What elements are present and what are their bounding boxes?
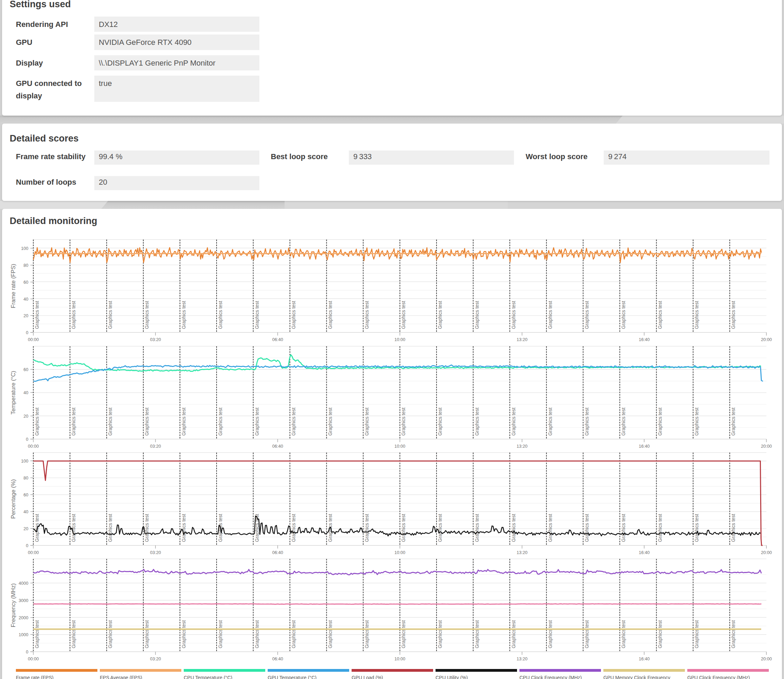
svg-text:Graphics test: Graphics test <box>71 301 76 329</box>
svg-text:13:20: 13:20 <box>517 444 528 449</box>
svg-text:Graphics test: Graphics test <box>584 514 590 542</box>
svg-text:00:00: 00:00 <box>28 657 39 662</box>
svg-text:3000: 3000 <box>19 598 28 603</box>
svg-text:Graphics test: Graphics test <box>694 620 699 648</box>
svg-text:Graphics test: Graphics test <box>218 620 223 648</box>
svg-text:Graphics test: Graphics test <box>548 301 553 329</box>
svg-text:Graphics test: Graphics test <box>548 620 553 648</box>
svg-text:0: 0 <box>26 650 28 654</box>
svg-text:Graphics test: Graphics test <box>475 514 480 542</box>
svg-text:80: 80 <box>24 263 28 268</box>
svg-text:Graphics test: Graphics test <box>291 514 296 542</box>
svg-text:Graphics test: Graphics test <box>731 408 736 436</box>
svg-text:Graphics test: Graphics test <box>584 301 590 329</box>
svg-text:Graphics test: Graphics test <box>511 620 516 648</box>
svg-text:Graphics test: Graphics test <box>584 408 590 436</box>
svg-text:40: 40 <box>24 390 28 395</box>
svg-text:Graphics test: Graphics test <box>511 514 516 542</box>
svg-text:20:00: 20:00 <box>761 657 772 662</box>
svg-text:Graphics test: Graphics test <box>658 408 663 436</box>
svg-text:10:00: 10:00 <box>394 550 406 555</box>
svg-text:Graphics test: Graphics test <box>71 408 76 436</box>
svg-text:Graphics test: Graphics test <box>401 514 406 542</box>
svg-text:Graphics test: Graphics test <box>181 514 187 542</box>
svg-text:Graphics test: Graphics test <box>218 301 223 329</box>
svg-text:Graphics test: Graphics test <box>144 620 149 648</box>
svg-text:4000: 4000 <box>19 581 28 586</box>
svg-text:Graphics test: Graphics test <box>181 620 187 648</box>
svg-text:13:20: 13:20 <box>517 337 528 342</box>
svg-text:Frame rate (FPS): Frame rate (FPS) <box>10 264 16 308</box>
svg-text:Graphics test: Graphics test <box>364 514 370 542</box>
svg-text:Percentage (%): Percentage (%) <box>10 479 16 519</box>
svg-text:00:00: 00:00 <box>28 337 39 342</box>
svg-text:03:20: 03:20 <box>150 550 161 555</box>
svg-text:00:00: 00:00 <box>28 550 39 555</box>
svg-text:Graphics test: Graphics test <box>731 301 736 329</box>
svg-text:Graphics test: Graphics test <box>254 301 260 329</box>
svg-text:Graphics test: Graphics test <box>291 301 296 329</box>
svg-text:Graphics test: Graphics test <box>364 620 370 648</box>
svg-text:Graphics test: Graphics test <box>511 301 516 329</box>
svg-text:20:00: 20:00 <box>761 550 772 555</box>
svg-text:06:40: 06:40 <box>272 657 283 662</box>
svg-text:16:40: 16:40 <box>638 657 650 662</box>
svg-text:Graphics test: Graphics test <box>658 301 663 329</box>
svg-text:Graphics test: Graphics test <box>144 301 149 329</box>
svg-text:Graphics test: Graphics test <box>437 514 443 542</box>
svg-text:10:00: 10:00 <box>394 337 406 342</box>
svg-text:Graphics test: Graphics test <box>254 620 260 648</box>
svg-text:Graphics test: Graphics test <box>144 514 149 542</box>
svg-text:Graphics test: Graphics test <box>34 620 40 648</box>
svg-text:Graphics test: Graphics test <box>548 514 553 542</box>
svg-text:00:00: 00:00 <box>28 444 39 449</box>
svg-text:10:00: 10:00 <box>394 657 406 662</box>
svg-text:Graphics test: Graphics test <box>694 301 699 329</box>
svg-text:0: 0 <box>26 330 28 335</box>
svg-text:13:20: 13:20 <box>517 550 528 555</box>
svg-text:Graphics test: Graphics test <box>731 514 736 542</box>
svg-text:Frequency (MHz): Frequency (MHz) <box>10 584 16 627</box>
svg-text:Graphics test: Graphics test <box>401 620 406 648</box>
svg-text:16:40: 16:40 <box>638 337 650 342</box>
svg-text:Graphics test: Graphics test <box>218 408 223 436</box>
svg-text:40: 40 <box>24 510 28 514</box>
svg-text:Graphics test: Graphics test <box>401 301 406 329</box>
svg-text:Graphics test: Graphics test <box>584 620 590 648</box>
svg-text:16:40: 16:40 <box>638 550 650 555</box>
svg-text:0: 0 <box>26 543 28 548</box>
svg-text:Graphics test: Graphics test <box>658 514 663 542</box>
svg-text:1000: 1000 <box>19 632 28 637</box>
svg-text:20: 20 <box>24 526 28 531</box>
svg-text:20:00: 20:00 <box>761 337 772 342</box>
svg-text:Graphics test: Graphics test <box>511 408 516 436</box>
svg-text:Graphics test: Graphics test <box>108 514 113 542</box>
svg-text:Graphics test: Graphics test <box>621 620 626 648</box>
svg-text:60: 60 <box>24 280 28 285</box>
svg-text:13:20: 13:20 <box>517 657 528 662</box>
svg-text:40: 40 <box>24 297 28 302</box>
svg-text:Graphics test: Graphics test <box>328 301 333 329</box>
svg-text:Graphics test: Graphics test <box>34 301 40 329</box>
svg-text:Graphics test: Graphics test <box>694 408 699 436</box>
svg-text:Graphics test: Graphics test <box>108 408 113 436</box>
svg-text:20:00: 20:00 <box>761 444 772 449</box>
svg-text:03:20: 03:20 <box>150 337 161 342</box>
svg-text:100: 100 <box>21 459 28 464</box>
svg-text:Graphics test: Graphics test <box>144 408 149 436</box>
svg-text:0: 0 <box>26 437 28 442</box>
svg-text:80: 80 <box>24 476 28 480</box>
svg-text:Graphics test: Graphics test <box>291 620 296 648</box>
svg-text:16:40: 16:40 <box>638 444 650 449</box>
svg-text:Graphics test: Graphics test <box>328 620 333 648</box>
svg-text:Graphics test: Graphics test <box>694 514 699 542</box>
svg-text:Graphics test: Graphics test <box>621 301 626 329</box>
svg-text:Graphics test: Graphics test <box>437 620 443 648</box>
svg-text:Graphics test: Graphics test <box>364 301 370 329</box>
svg-text:Graphics test: Graphics test <box>181 408 187 436</box>
svg-text:Graphics test: Graphics test <box>621 408 626 436</box>
svg-text:100: 100 <box>21 246 28 251</box>
svg-text:Graphics test: Graphics test <box>475 620 480 648</box>
svg-text:Graphics test: Graphics test <box>621 514 626 542</box>
svg-text:Graphics test: Graphics test <box>475 301 480 329</box>
